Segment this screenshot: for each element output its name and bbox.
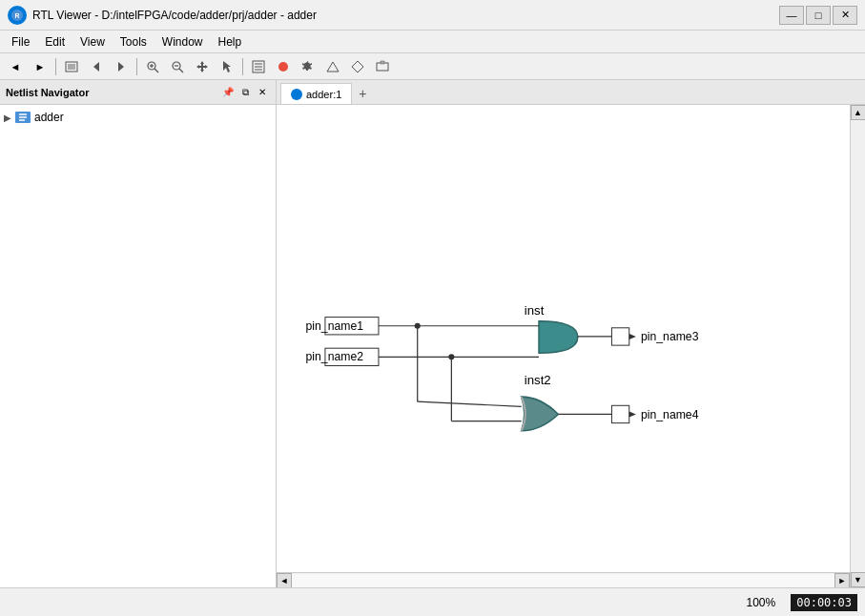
select-button[interactable] [216,56,238,77]
tab-icon [291,89,302,100]
zoom-in-button[interactable] [141,56,164,77]
minimize-button[interactable]: — [779,6,804,25]
svg-marker-13 [223,61,231,72]
tree-item-adder[interactable]: ▶ adder [4,109,272,126]
inst2-label: inst2 [525,373,551,387]
diamond-button[interactable] [346,56,369,77]
tab-add-button[interactable]: + [352,83,373,104]
pin-name4-box [611,405,628,422]
title-controls: — □ ✕ [779,6,857,25]
menu-file[interactable]: File [4,33,37,51]
tab-adder1[interactable]: adder:1 [280,83,352,104]
tree-label-adder: adder [34,111,64,124]
maximize-button[interactable]: □ [806,6,831,25]
svg-text:R: R [14,12,19,19]
toolbar-separator-3 [242,58,243,75]
status-bar: 100% 00:00:03 [0,587,865,616]
sidebar-header: Netlist Navigator 📌 ⧉ ✕ [0,80,276,105]
title-text: RTL Viewer - D:/intelFPGA/code/adder/prj… [32,9,317,22]
menu-tools[interactable]: Tools [113,33,154,51]
tree-expand-icon: ▶ [4,113,11,123]
wire-to-or-top [418,401,522,406]
sidebar-title: Netlist Navigator [6,87,89,98]
toolbar-separator-1 [55,58,56,75]
junction-dot-2 [448,354,454,359]
canvas-area: adder:1 + inst inst2 pin_name1 pin_name2 [277,80,865,587]
menu-edit[interactable]: Edit [37,33,72,51]
scroll-right-button[interactable]: ► [834,573,850,588]
svg-marker-21 [352,61,363,72]
toolbar: ◄ ► [0,53,865,80]
tree-node-icon [15,111,31,124]
main-area: Netlist Navigator 📌 ⧉ ✕ ▶ adder [0,80,865,587]
scroll-track-h[interactable] [292,574,834,587]
scroll-down-button[interactable]: ▼ [851,572,866,587]
junction-dot-1 [415,323,421,329]
sidebar: Netlist Navigator 📌 ⧉ ✕ ▶ adder [0,80,277,587]
pin-name2-label: pin_name2 [306,350,364,363]
forward-button[interactable]: ► [29,56,51,77]
svg-line-7 [154,69,158,72]
app-logo: R [8,6,27,25]
sidebar-pin-button[interactable]: 📌 [220,85,236,100]
diagram-canvas[interactable]: inst inst2 pin_name1 pin_name2 [277,105,865,587]
sidebar-content: ▶ adder [0,105,276,587]
menu-search-row: File Edit View Tools Window Help 🌐 [0,31,865,53]
next-page-button[interactable] [110,56,133,77]
title-left: R RTL Viewer - D:/intelFPGA/code/adder/p… [8,6,317,25]
svg-point-18 [278,62,288,72]
menu-bar: File Edit View Tools Window Help [0,31,865,53]
arrow-pin4 [629,411,636,417]
svg-marker-20 [327,62,339,72]
tab-bar: adder:1 + [277,80,865,105]
vertical-scrollbar[interactable]: ▲ ▼ [850,105,865,587]
inst-label: inst [525,303,545,318]
zoom-out-button[interactable] [166,56,189,77]
pin-name4-label: pin_name4 [641,408,699,421]
or-gate-inst2 [522,397,559,431]
sidebar-float-button[interactable]: ⧉ [237,85,253,100]
svg-marker-4 [93,62,99,72]
close-button[interactable]: ✕ [833,6,857,25]
highlight-button[interactable] [272,56,295,77]
pin-name1-label: pin_name1 [306,319,364,333]
arrow-pin3 [629,334,636,339]
filter-button[interactable] [247,56,270,77]
svg-line-11 [179,69,183,72]
back-button[interactable]: ◄ [4,56,27,77]
toolbar-separator-2 [136,58,137,75]
settings-button[interactable] [297,56,319,77]
triangle-button[interactable] [321,56,344,77]
rtl-diagram: inst inst2 pin_name1 pin_name2 [277,105,850,572]
prev-page-button[interactable] [85,56,108,77]
menu-view[interactable]: View [72,33,113,51]
title-bar: R RTL Viewer - D:/intelFPGA/code/adder/p… [0,0,865,31]
scroll-up-button[interactable]: ▲ [851,105,866,120]
nav-start-button[interactable] [60,56,83,77]
svg-marker-5 [118,62,124,72]
toolbar-row: ◄ ► [0,53,865,80]
sidebar-controls: 📌 ⧉ ✕ [220,85,270,100]
svg-rect-3 [68,64,75,70]
pan-button[interactable] [191,56,214,77]
and-gate-inst [539,321,578,354]
pin-name3-box [611,328,628,345]
pin-name3-label: pin_name3 [641,330,699,343]
timer: 00:00:03 [791,594,857,611]
sidebar-close-button[interactable]: ✕ [255,85,270,100]
export-button[interactable] [371,56,394,77]
menu-window[interactable]: Window [154,33,211,51]
menu-help[interactable]: Help [211,33,250,51]
scroll-left-button[interactable]: ◄ [277,573,292,588]
svg-marker-23 [381,61,384,64]
horizontal-scrollbar[interactable]: ◄ ► [277,572,850,587]
tab-label: adder:1 [306,89,341,100]
zoom-level: 100% [747,596,776,609]
